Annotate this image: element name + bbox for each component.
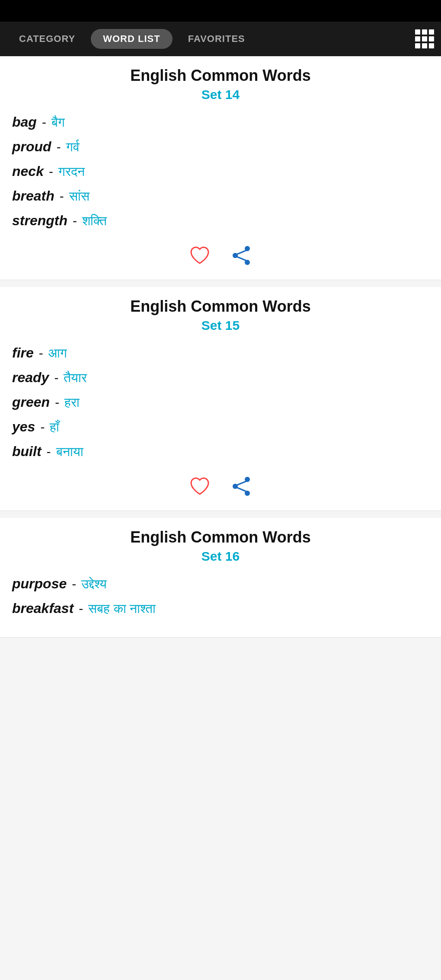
word-hindi: बैग [51,115,65,130]
word-hindi: सांस [69,189,89,204]
word-row: proud - गर्व [12,139,429,155]
word-hindi: गर्व [66,140,80,155]
share-icon [230,475,252,498]
grid-dot [415,29,420,35]
action-buttons-15 [12,470,429,498]
word-row: ready - तैयार [12,370,429,386]
grid-view-icon[interactable] [415,29,434,48]
svg-line-4 [236,256,246,261]
word-dash: - [79,601,83,616]
word-dash: - [57,140,61,154]
word-english: yes [12,419,35,435]
word-set-card-14: English Common Words Set 14 bag - बैग pr… [0,56,441,280]
word-hindi: हाँ [50,420,59,435]
share-button-14[interactable] [229,243,253,268]
word-dash: - [60,189,64,204]
word-dash: - [40,420,45,434]
word-english: fire [12,345,34,361]
word-hindi: सबह का नाश्ता [88,601,156,616]
set-title-15: English Common Words [12,297,429,316]
word-hindi: शक्ति [82,214,107,229]
word-english: proud [12,139,51,155]
word-english: neck [12,163,44,179]
word-row: breakfast - सबह का नाश्ता [12,600,429,616]
word-row: built - बनाया [12,444,429,460]
grid-dot [429,43,434,48]
word-english: breath [12,188,54,204]
word-english: breakfast [12,600,74,616]
favorite-button-14[interactable] [188,243,212,268]
word-english: strength [12,213,67,229]
word-english: bag [12,114,37,130]
word-dash: - [54,370,58,385]
word-english: green [12,394,50,410]
share-icon [230,244,252,267]
grid-dot [422,29,427,35]
word-dash: - [49,164,53,179]
word-row: green - हरा [12,394,429,410]
share-button-15[interactable] [229,474,253,498]
tab-word-list[interactable]: WORD LIST [91,29,172,49]
set-subtitle-15: Set 15 [12,318,429,333]
svg-line-8 [236,481,246,485]
word-hindi: बनाया [56,444,83,460]
heart-icon [189,244,211,267]
svg-line-3 [236,250,246,255]
word-row: purpose - उद्देश्य [12,576,429,592]
word-row: fire - आग [12,345,429,361]
tab-category[interactable]: CATEGORY [7,29,87,49]
word-row: yes - हाँ [12,419,429,435]
word-hindi: गरदन [58,164,85,179]
set-title-16: English Common Words [12,528,429,546]
heart-icon [189,475,211,498]
grid-dot [429,36,434,41]
word-hindi: हरा [64,395,80,410]
word-dash: - [47,444,51,459]
set-subtitle-16: Set 16 [12,549,429,564]
word-set-card-15: English Common Words Set 15 fire - आग re… [0,287,441,511]
grid-dot [415,43,420,48]
word-dash: - [42,115,46,130]
grid-dot [422,36,427,41]
word-english: ready [12,370,49,386]
action-buttons-14 [12,239,429,268]
word-hindi: आग [48,346,67,361]
content-area: English Common Words Set 14 bag - बैग pr… [0,56,441,980]
word-dash: - [55,395,59,410]
set-title-14: English Common Words [12,67,429,85]
word-row: strength - शक्ति [12,213,429,229]
word-dash: - [72,577,76,591]
grid-dot [415,36,420,41]
word-dash: - [39,346,43,361]
status-bar [0,0,441,22]
grid-dot [422,43,427,48]
word-hindi: तैयार [64,370,87,386]
word-row: neck - गरदन [12,163,429,179]
grid-dot [429,29,434,35]
word-dash: - [73,214,77,228]
nav-bar: CATEGORY WORD LIST FAVORITES [0,22,441,56]
word-row: bag - बैग [12,114,429,130]
tab-favorites[interactable]: FAVORITES [176,29,257,49]
svg-line-9 [236,487,246,492]
word-english: purpose [12,576,67,592]
word-hindi: उद्देश्य [81,577,107,592]
word-set-card-16: English Common Words Set 16 purpose - उद… [0,518,441,638]
word-row: breath - सांस [12,188,429,204]
set-subtitle-14: Set 14 [12,87,429,102]
word-english: built [12,444,42,460]
favorite-button-15[interactable] [188,474,212,498]
